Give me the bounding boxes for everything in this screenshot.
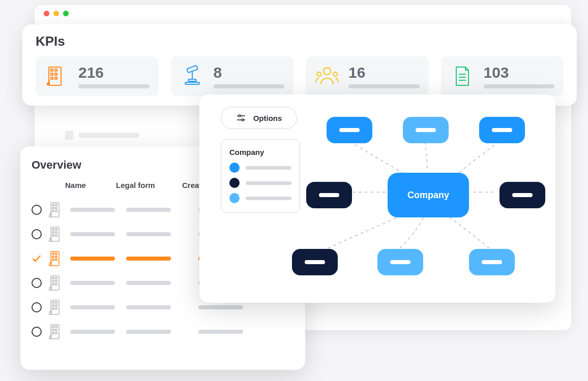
kpi-item-people[interactable]: 16 <box>306 56 429 96</box>
placeholder-text <box>78 133 139 138</box>
cell-placeholder <box>198 330 243 334</box>
svg-rect-58 <box>55 332 57 334</box>
people-icon <box>315 64 339 88</box>
svg-rect-43 <box>52 283 54 285</box>
svg-rect-6 <box>55 77 57 79</box>
row-checkbox[interactable] <box>32 253 42 264</box>
svg-rect-25 <box>52 229 54 230</box>
cell-placeholder <box>126 257 171 261</box>
diagram-node[interactable] <box>292 249 338 275</box>
kpi-value: 8 <box>214 64 285 81</box>
node-label-placeholder <box>339 128 360 132</box>
col-name[interactable]: Name <box>65 181 116 189</box>
cell-placeholder <box>70 305 115 309</box>
svg-point-11 <box>324 68 331 75</box>
maximize-window-button[interactable] <box>63 11 69 16</box>
cell-placeholder <box>70 257 115 261</box>
row-checkbox[interactable] <box>32 205 42 215</box>
diagram-node[interactable] <box>499 182 545 208</box>
svg-rect-3 <box>51 73 53 75</box>
document-icon <box>450 64 475 88</box>
node-label-placeholder <box>319 193 339 197</box>
kpi-bar <box>78 84 150 88</box>
legend-dot <box>229 163 240 173</box>
svg-rect-56 <box>55 329 57 331</box>
svg-rect-19 <box>55 204 57 206</box>
svg-rect-48 <box>52 305 54 306</box>
diagram-node[interactable] <box>306 182 352 208</box>
svg-rect-53 <box>52 326 54 328</box>
cell-placeholder <box>70 281 115 285</box>
legend: Company <box>221 139 300 213</box>
diagram-panel: Options Company <box>199 94 555 303</box>
legend-dot <box>229 193 240 203</box>
svg-rect-51 <box>55 308 57 309</box>
gavel-icon <box>180 64 204 88</box>
sliders-icon <box>236 113 246 123</box>
building-icon <box>49 275 63 291</box>
legend-item[interactable] <box>229 163 291 173</box>
col-legal-form[interactable]: Legal form <box>116 181 182 189</box>
legend-label-placeholder <box>246 181 291 185</box>
cell-placeholder <box>126 305 171 309</box>
diagram-node[interactable] <box>479 117 525 143</box>
node-label-placeholder <box>512 193 533 197</box>
diagram-node[interactable] <box>403 117 449 143</box>
svg-rect-29 <box>52 235 54 236</box>
svg-rect-10 <box>187 66 198 73</box>
cell-placeholder <box>70 208 115 212</box>
svg-rect-2 <box>55 69 57 71</box>
svg-rect-44 <box>55 283 57 285</box>
building-icon <box>49 324 63 340</box>
row-checkbox[interactable] <box>32 229 42 239</box>
legend-item[interactable] <box>229 193 291 203</box>
options-button[interactable]: Options <box>221 107 297 129</box>
svg-rect-23 <box>55 210 57 212</box>
svg-point-62 <box>242 119 244 121</box>
diagram-node[interactable] <box>469 249 515 275</box>
svg-point-60 <box>239 115 241 117</box>
svg-rect-46 <box>52 302 54 303</box>
background-tab <box>56 124 149 146</box>
kpi-value: 216 <box>78 64 150 81</box>
kpi-bar <box>348 84 420 88</box>
diagram-area[interactable]: Company <box>306 107 543 291</box>
kpi-title: KPIs <box>36 34 564 49</box>
svg-rect-28 <box>55 232 57 233</box>
minimize-window-button[interactable] <box>53 11 59 16</box>
svg-rect-21 <box>55 207 57 209</box>
diagram-node[interactable] <box>377 249 423 275</box>
svg-rect-27 <box>52 232 54 233</box>
table-row[interactable] <box>32 320 294 344</box>
node-label-placeholder <box>305 260 325 264</box>
svg-rect-30 <box>55 235 57 236</box>
legend-label-placeholder <box>246 197 291 200</box>
svg-rect-22 <box>52 210 54 212</box>
legend-title: Company <box>229 148 291 156</box>
svg-rect-42 <box>55 280 57 282</box>
legend-dot <box>229 178 240 188</box>
node-label-placeholder <box>492 128 512 132</box>
close-window-button[interactable] <box>44 11 49 16</box>
svg-rect-54 <box>55 326 57 328</box>
kpi-item-documents[interactable]: 103 <box>441 56 564 96</box>
kpi-item-legal[interactable]: 8 <box>171 56 294 96</box>
row-checkbox[interactable] <box>32 327 42 337</box>
diagram-node-center[interactable]: Company <box>388 173 469 217</box>
building-icon <box>49 202 63 218</box>
cell-placeholder <box>126 232 171 236</box>
svg-rect-49 <box>55 305 57 306</box>
svg-rect-33 <box>55 253 57 255</box>
building-icon <box>49 226 63 242</box>
svg-rect-20 <box>52 207 54 209</box>
legend-item[interactable] <box>229 178 291 188</box>
svg-rect-35 <box>55 256 57 258</box>
diagram-node[interactable] <box>327 117 372 143</box>
window-titlebar <box>35 5 571 21</box>
row-checkbox[interactable] <box>32 278 42 288</box>
row-checkbox[interactable] <box>32 302 42 312</box>
kpi-item-entities[interactable]: 216 <box>36 56 159 96</box>
cell-placeholder <box>198 305 243 309</box>
cell-placeholder <box>126 281 171 285</box>
svg-rect-47 <box>55 302 57 303</box>
